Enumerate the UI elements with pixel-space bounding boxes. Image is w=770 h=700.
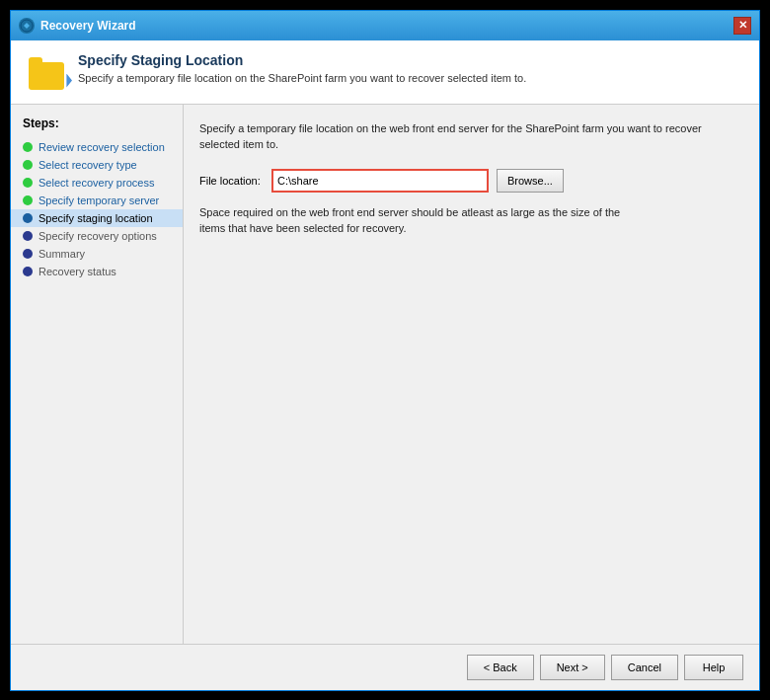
header-icon [27,52,66,92]
dot-icon [23,231,33,241]
file-location-input[interactable] [271,169,489,193]
recovery-wizard-window: Recovery Wizard ✕ Specify Staging Locati… [10,10,760,691]
dot-icon [23,213,33,223]
sidebar-item-select-process[interactable]: Select recovery process [11,174,183,192]
dot-icon [23,267,33,276]
header-title: Specify Staging Location [78,52,526,68]
back-button[interactable]: < Back [467,655,534,680]
header-section: Specify Staging Location Specify a tempo… [11,40,759,105]
folder-arrow-icon [58,74,72,88]
dot-icon [23,142,33,152]
dot-icon [23,160,33,170]
browse-button[interactable]: Browse... [497,169,564,193]
sidebar: Steps: Review recovery selection Select … [11,105,184,644]
sidebar-title: Steps: [11,117,183,138]
next-button[interactable]: Next > [540,655,605,680]
sidebar-item-label: Select recovery process [38,177,154,189]
sidebar-item-specify-recovery-options[interactable]: Specify recovery options [11,227,183,245]
title-bar-left: Recovery Wizard [19,18,136,34]
sidebar-item-label: Summary [38,248,85,260]
file-location-label: File location: [199,175,264,187]
sidebar-item-label: Select recovery type [38,159,137,171]
sidebar-item-label: Specify temporary server [38,194,159,206]
help-button[interactable]: Help [684,655,743,680]
sidebar-item-label: Recovery status [38,266,116,277]
cancel-button[interactable]: Cancel [611,655,678,680]
folder-shape [29,62,64,90]
sidebar-item-recovery-status[interactable]: Recovery status [11,263,183,280]
header-description: Specify a temporary file location on the… [78,72,526,84]
footer: < Back Next > Cancel Help [11,644,759,690]
dot-icon [23,178,33,188]
sidebar-item-label: Specify staging location [38,212,153,224]
title-bar: Recovery Wizard ✕ [11,11,759,40]
header-text: Specify Staging Location Specify a tempo… [78,52,526,84]
main-content: Steps: Review recovery selection Select … [11,105,759,644]
folder-icon [29,54,64,90]
content-description: Specify a temporary file location on the… [199,120,743,153]
dot-icon [23,195,33,205]
space-note: Space required on the web front end serv… [199,204,634,237]
sidebar-item-specify-staging[interactable]: Specify staging location [11,209,183,227]
folder-tab [29,57,42,62]
content-area: Specify a temporary file location on the… [184,105,759,644]
sidebar-item-select-type[interactable]: Select recovery type [11,156,183,174]
sidebar-item-label: Specify recovery options [38,230,157,242]
sidebar-item-specify-temp-server[interactable]: Specify temporary server [11,192,183,209]
window-title: Recovery Wizard [40,19,136,33]
sidebar-item-summary[interactable]: Summary [11,245,183,263]
dot-icon [23,249,33,259]
sidebar-item-label: Review recovery selection [38,141,165,153]
file-location-row: File location: Browse... [199,169,743,193]
close-button[interactable]: ✕ [733,17,751,35]
app-icon [19,18,35,34]
sidebar-item-review-recovery[interactable]: Review recovery selection [11,138,183,156]
